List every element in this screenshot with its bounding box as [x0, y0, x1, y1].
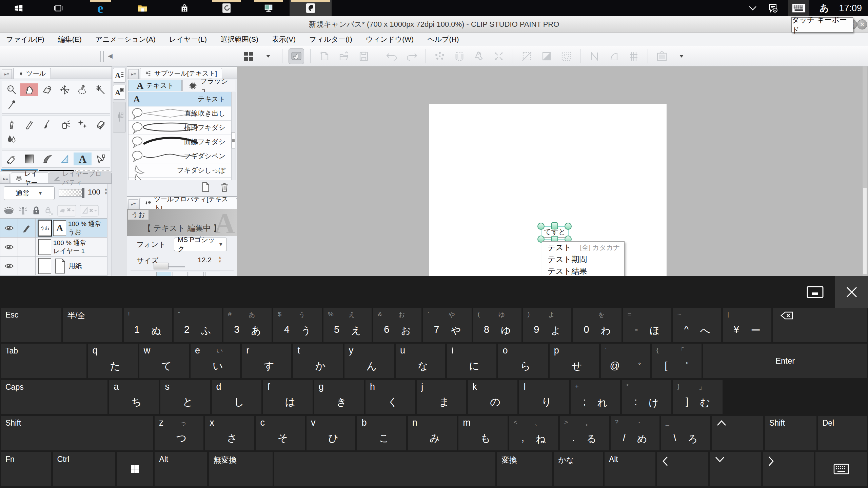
ime-candidate-0[interactable]: テスト[全] カタカナ — [542, 242, 624, 253]
toolbar-snap-ruler-button[interactable] — [587, 48, 602, 64]
hide-panel-icon[interactable]: ▸≡ — [129, 69, 139, 79]
key-v[interactable]: vひ — [307, 416, 355, 450]
key-x[interactable]: xさ — [205, 416, 254, 450]
layer-row-0[interactable]: うおA100 % 通常うお — [0, 219, 112, 238]
scrollbar-thumb[interactable] — [863, 188, 867, 274]
toolbar-new-canvas-button[interactable] — [317, 48, 332, 64]
key-t[interactable]: tか — [293, 344, 342, 378]
subtool-item-1[interactable]: 直線吹き出し — [129, 106, 236, 121]
tool-pen[interactable] — [3, 118, 20, 131]
tool-auto-select[interactable] — [92, 83, 109, 96]
subtool-item-4[interactable]: フキダシペン — [129, 149, 236, 163]
key-kana[interactable]: かな — [554, 452, 603, 486]
key-hankaku-zenkaku[interactable]: 半/全 — [63, 308, 122, 342]
key-0[interactable]: を0わ — [573, 308, 621, 342]
taskbar-display-app[interactable] — [248, 0, 290, 16]
subtool-item-0[interactable]: Aテキスト — [129, 92, 236, 106]
clock[interactable]: 17:09 — [839, 3, 862, 14]
menu-item-7[interactable]: ウィンドウ(W) — [366, 35, 414, 44]
toolbar-transform-button[interactable] — [491, 48, 507, 64]
key-e[interactable]: いeい — [191, 344, 240, 378]
key-windows[interactable] — [117, 452, 153, 486]
key-n[interactable]: nみ — [408, 416, 457, 450]
toolbar-clear-button[interactable] — [432, 48, 448, 64]
subtool-item-3[interactable]: 曲線フキダシ — [129, 135, 236, 149]
tool-eraser[interactable] — [92, 118, 109, 131]
menu-item-5[interactable]: 表示(V) — [272, 35, 296, 44]
tray-chevron-icon[interactable] — [748, 5, 757, 11]
key-shift[interactable]: Shift — [1, 416, 153, 450]
align-center-button[interactable] — [173, 272, 188, 276]
key-9[interactable]: )よ9よ — [523, 308, 571, 342]
key-8[interactable]: (ゆ8ゆ — [473, 308, 521, 342]
menu-item-0[interactable]: ファイル(F) — [6, 35, 44, 44]
tool-gradient[interactable] — [20, 152, 38, 165]
tool-hand[interactable] — [20, 83, 38, 96]
scrollbar-thumb[interactable] — [232, 132, 235, 148]
key-b[interactable]: bこ — [357, 416, 406, 450]
align-justify-button[interactable] — [205, 272, 220, 276]
key-arrow-up[interactable] — [712, 416, 763, 450]
tool-zoom[interactable] — [3, 83, 20, 96]
tab-tool-property[interactable]: ツールプロパティ[テキスト] — [139, 198, 237, 209]
layer-row-1[interactable]: 100 % 通常レイヤー 1 — [0, 238, 112, 257]
toolbar-open-file-button[interactable] — [336, 48, 352, 64]
key-bracket-right[interactable]: }」]む — [673, 380, 723, 414]
toolbar-snap-curve-button[interactable] — [606, 48, 622, 64]
align-left-button[interactable] — [156, 272, 171, 276]
panel-collapse-icon[interactable]: ◀ — [108, 52, 113, 60]
key-caret[interactable]: ~^へ — [673, 308, 721, 342]
subtool-item-6[interactable] — [129, 178, 236, 180]
size-slider-handle[interactable] — [154, 263, 169, 269]
eye-icon[interactable] — [4, 224, 14, 232]
key-period[interactable]: >。.る — [560, 416, 609, 450]
tool-eyedropper[interactable] — [3, 98, 20, 111]
align-right-button[interactable] — [189, 272, 204, 276]
keyboard-dock-button[interactable] — [806, 285, 825, 299]
tool-ruler[interactable] — [56, 152, 74, 165]
handle-top-right[interactable] — [565, 223, 572, 230]
key-s[interactable]: sと — [160, 380, 210, 414]
toolbar-workspace-grid-button[interactable] — [241, 48, 256, 64]
size-spinner[interactable]: ▲▼ — [218, 256, 222, 263]
toolbar-invert-selection-button[interactable] — [519, 48, 535, 64]
taskbar-edge[interactable]: e — [79, 0, 121, 16]
tool-fill[interactable] — [3, 152, 20, 165]
key-q[interactable]: qた — [88, 344, 138, 378]
key-backslash[interactable]: _\ろ — [661, 416, 710, 450]
key-f[interactable]: fは — [263, 380, 313, 414]
toolbar-grid-dropdown-icon[interactable] — [260, 48, 276, 64]
menu-item-1[interactable]: 編集(E) — [58, 35, 82, 44]
ime-candidate-1[interactable]: テスト期間 — [542, 253, 624, 265]
tab-tool[interactable]: ツール — [13, 68, 51, 79]
dock-text-settings-button[interactable]: A — [113, 85, 126, 100]
tool-selection[interactable] — [74, 83, 91, 96]
tab-layer[interactable]: レイヤー — [11, 172, 49, 183]
toolbar-snap-grid-button[interactable] — [626, 48, 642, 64]
key-r[interactable]: rす — [242, 344, 291, 378]
tool-pencil[interactable] — [20, 118, 38, 131]
toolbar-material-image-button[interactable] — [654, 48, 670, 64]
font-select[interactable]: MS Pゴシック ▼ — [174, 238, 227, 251]
menu-item-8[interactable]: ヘルプ(H) — [427, 35, 459, 44]
key-y[interactable]: yん — [344, 344, 394, 378]
ruler-menu-icon[interactable] — [80, 205, 99, 217]
handle-top-center[interactable] — [551, 222, 558, 229]
key-4[interactable]: $う4う — [273, 308, 321, 342]
key-arrow-right[interactable] — [763, 452, 814, 486]
layer-thumbnail[interactable] — [38, 258, 51, 274]
hide-panel-icon[interactable]: ▸≡ — [129, 199, 138, 209]
key-caps[interactable]: Caps — [1, 380, 107, 414]
handle-top-left[interactable] — [537, 223, 545, 230]
toolbar-select-marquee-button[interactable] — [452, 48, 467, 64]
key-keyboard-layout[interactable] — [815, 452, 867, 486]
delete-subtool-trash-icon[interactable] — [219, 182, 230, 192]
key-5[interactable]: %え5え — [323, 308, 372, 342]
close-button[interactable]: ✕ — [857, 19, 867, 29]
layer-thumbnail[interactable]: うお — [38, 220, 51, 236]
layer-visibility-toggle[interactable] — [0, 257, 18, 275]
key-slash[interactable]: ?・/め — [611, 416, 659, 450]
blend-mode-select[interactable]: 通常 ▼ — [4, 186, 55, 200]
key-arrow-left[interactable] — [657, 452, 708, 486]
dock-text-list-button[interactable]: A — [113, 68, 126, 83]
